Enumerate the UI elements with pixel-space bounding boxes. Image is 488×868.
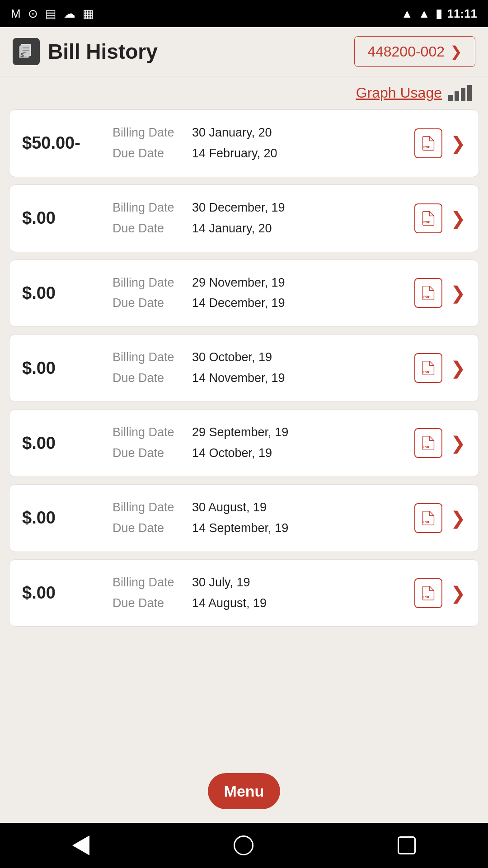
due-date-value: 14 September, 19 bbox=[192, 518, 288, 539]
status-icons-right: ▲ ▲ ▮ 11:11 bbox=[401, 7, 477, 21]
bill-chevron-icon: ❯ bbox=[450, 133, 466, 154]
bill-amount: $.00 bbox=[22, 583, 103, 603]
bill-actions: PDF ❯ bbox=[414, 578, 466, 608]
bill-chevron-icon: ❯ bbox=[450, 358, 466, 378]
bill-chevron-icon: ❯ bbox=[450, 283, 466, 303]
pdf-icon[interactable]: PDF bbox=[414, 128, 442, 158]
pdf-icon[interactable]: PDF bbox=[414, 503, 442, 533]
account-chevron-icon: ❯ bbox=[450, 43, 462, 60]
due-date-label: Due Date bbox=[113, 143, 185, 164]
status-bar: M ⊙ ▤ ☁ ▦ ▲ ▲ ▮ 11:11 bbox=[0, 0, 488, 27]
due-date-row: Due Date 14 January, 20 bbox=[113, 218, 405, 239]
bill-dates: Billing Date 29 November, 19 Due Date 14… bbox=[103, 273, 414, 314]
due-date-row: Due Date 14 October, 19 bbox=[113, 443, 405, 464]
due-date-value: 14 December, 19 bbox=[192, 293, 285, 314]
wifi-icon: ▲ bbox=[401, 7, 413, 21]
graph-usage-row: Graph Usage bbox=[0, 76, 488, 105]
bar2 bbox=[455, 91, 459, 101]
due-date-row: Due Date 14 November, 19 bbox=[113, 368, 405, 389]
bill-dates: Billing Date 30 December, 19 Due Date 14… bbox=[103, 198, 414, 239]
billing-date-label: Billing Date bbox=[113, 198, 185, 218]
home-button[interactable] bbox=[234, 835, 253, 855]
svg-text:PDF: PDF bbox=[423, 145, 431, 149]
app-icon: $ bbox=[13, 38, 40, 65]
pdf-icon[interactable]: PDF bbox=[414, 578, 442, 608]
due-date-row: Due Date 14 December, 19 bbox=[113, 293, 405, 314]
due-date-row: Due Date 14 September, 19 bbox=[113, 518, 405, 539]
bill-chevron-icon: ❯ bbox=[450, 508, 466, 528]
bill-chevron-icon: ❯ bbox=[450, 433, 466, 453]
bill-actions: PDF ❯ bbox=[414, 503, 466, 533]
billing-date-value: 30 July, 19 bbox=[192, 572, 250, 593]
bar3 bbox=[461, 88, 465, 101]
svg-text:PDF: PDF bbox=[423, 295, 431, 299]
billing-date-row: Billing Date 30 July, 19 bbox=[113, 572, 405, 593]
bill-card[interactable]: $.00 Billing Date 30 October, 19 Due Dat… bbox=[9, 334, 479, 402]
nav-bar bbox=[0, 823, 488, 868]
menu-area: Menu bbox=[0, 762, 488, 823]
graph-usage-link[interactable]: Graph Usage bbox=[356, 85, 442, 101]
home-icon bbox=[234, 835, 253, 855]
bill-card[interactable]: $.00 Billing Date 30 July, 19 Due Date 1… bbox=[9, 559, 479, 627]
account-button[interactable]: 448200-002 ❯ bbox=[354, 36, 475, 67]
billing-date-value: 30 January, 20 bbox=[192, 123, 272, 143]
bill-actions: PDF ❯ bbox=[414, 203, 466, 233]
billing-date-value: 30 December, 19 bbox=[192, 198, 285, 218]
gmail-icon: M bbox=[11, 7, 21, 21]
bill-dates: Billing Date 30 October, 19 Due Date 14 … bbox=[103, 347, 414, 389]
bill-card[interactable]: $50.00- Billing Date 30 January, 20 Due … bbox=[9, 109, 479, 177]
due-date-value: 14 January, 20 bbox=[192, 218, 272, 239]
recents-icon bbox=[398, 836, 416, 854]
back-button[interactable] bbox=[72, 835, 89, 855]
due-date-value: 14 November, 19 bbox=[192, 368, 285, 389]
bill-dates: Billing Date 30 July, 19 Due Date 14 Aug… bbox=[103, 572, 414, 614]
signal-icon: ▲ bbox=[418, 7, 430, 21]
bill-actions: PDF ❯ bbox=[414, 128, 466, 158]
billing-date-label: Billing Date bbox=[113, 497, 185, 518]
bill-list: $50.00- Billing Date 30 January, 20 Due … bbox=[0, 105, 488, 762]
bill-dates: Billing Date 29 September, 19 Due Date 1… bbox=[103, 422, 414, 464]
status-icons-left: M ⊙ ▤ ☁ ▦ bbox=[11, 7, 94, 21]
cloud-icon: ☁ bbox=[64, 7, 75, 21]
billing-date-value: 29 November, 19 bbox=[192, 273, 285, 293]
bill-chevron-icon: ❯ bbox=[450, 208, 466, 229]
billing-date-row: Billing Date 30 August, 19 bbox=[113, 497, 405, 518]
svg-text:PDF: PDF bbox=[423, 445, 431, 449]
bill-amount: $.00 bbox=[22, 359, 103, 378]
bill-amount: $.00 bbox=[22, 508, 103, 528]
account-number-label: 448200-002 bbox=[367, 43, 445, 60]
bill-card[interactable]: $.00 Billing Date 29 September, 19 Due D… bbox=[9, 409, 479, 477]
pdf-icon[interactable]: PDF bbox=[414, 278, 442, 308]
billing-date-label: Billing Date bbox=[113, 273, 185, 293]
bar1 bbox=[448, 95, 453, 101]
svg-text:PDF: PDF bbox=[423, 520, 431, 524]
svg-text:PDF: PDF bbox=[423, 370, 431, 374]
header-left: $ Bill History bbox=[13, 38, 158, 65]
billing-date-value: 29 September, 19 bbox=[192, 422, 288, 443]
recents-button[interactable] bbox=[398, 836, 416, 854]
billing-date-row: Billing Date 30 December, 19 bbox=[113, 198, 405, 218]
bill-card[interactable]: $.00 Billing Date 29 November, 19 Due Da… bbox=[9, 259, 479, 327]
due-date-label: Due Date bbox=[113, 518, 185, 539]
bill-amount: $.00 bbox=[22, 208, 103, 228]
billing-date-value: 30 October, 19 bbox=[192, 347, 272, 368]
calendar-icon: ▦ bbox=[83, 7, 94, 21]
pdf-icon[interactable]: PDF bbox=[414, 353, 442, 383]
due-date-row: Due Date 14 August, 19 bbox=[113, 593, 405, 614]
due-date-row: Due Date 14 February, 20 bbox=[113, 143, 405, 164]
menu-button[interactable]: Menu bbox=[208, 773, 280, 809]
billing-date-value: 30 August, 19 bbox=[192, 497, 267, 518]
bill-card[interactable]: $.00 Billing Date 30 December, 19 Due Da… bbox=[9, 184, 479, 252]
due-date-label: Due Date bbox=[113, 218, 185, 239]
billing-date-label: Billing Date bbox=[113, 572, 185, 593]
bill-card[interactable]: $.00 Billing Date 30 August, 19 Due Date… bbox=[9, 484, 479, 552]
pdf-icon[interactable]: PDF bbox=[414, 428, 442, 458]
svg-text:PDF: PDF bbox=[423, 220, 431, 224]
billing-date-row: Billing Date 29 September, 19 bbox=[113, 422, 405, 443]
back-icon bbox=[72, 835, 89, 855]
header: $ Bill History 448200-002 ❯ bbox=[0, 27, 488, 76]
bill-actions: PDF ❯ bbox=[414, 428, 466, 458]
billing-date-row: Billing Date 29 November, 19 bbox=[113, 273, 405, 293]
pdf-icon[interactable]: PDF bbox=[414, 203, 442, 233]
due-date-label: Due Date bbox=[113, 593, 185, 614]
